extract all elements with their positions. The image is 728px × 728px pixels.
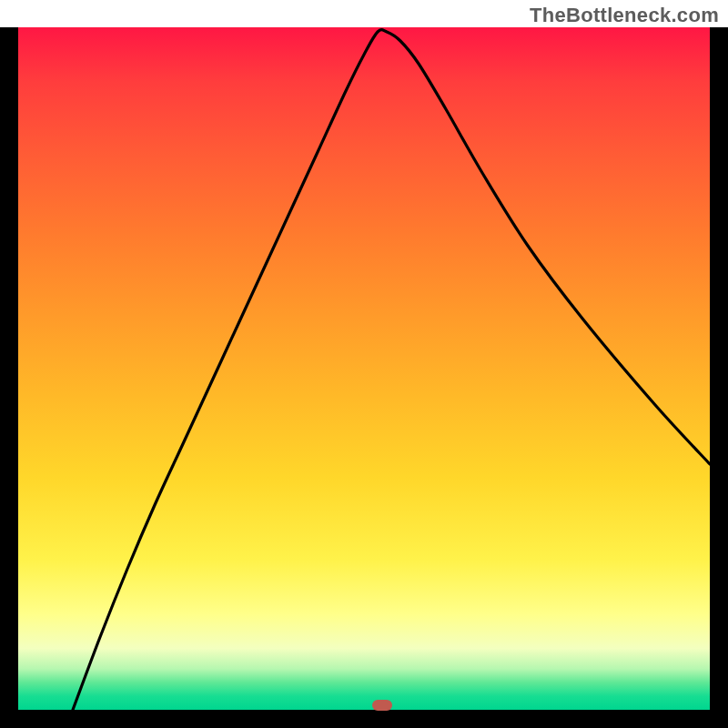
watermark-text: TheBottleneck.com xyxy=(530,4,719,27)
optimal-point-marker xyxy=(372,700,392,711)
curve-path xyxy=(73,30,710,710)
bottleneck-curve xyxy=(18,27,710,710)
chart-frame xyxy=(0,27,728,728)
chart-plot-area xyxy=(18,27,710,710)
